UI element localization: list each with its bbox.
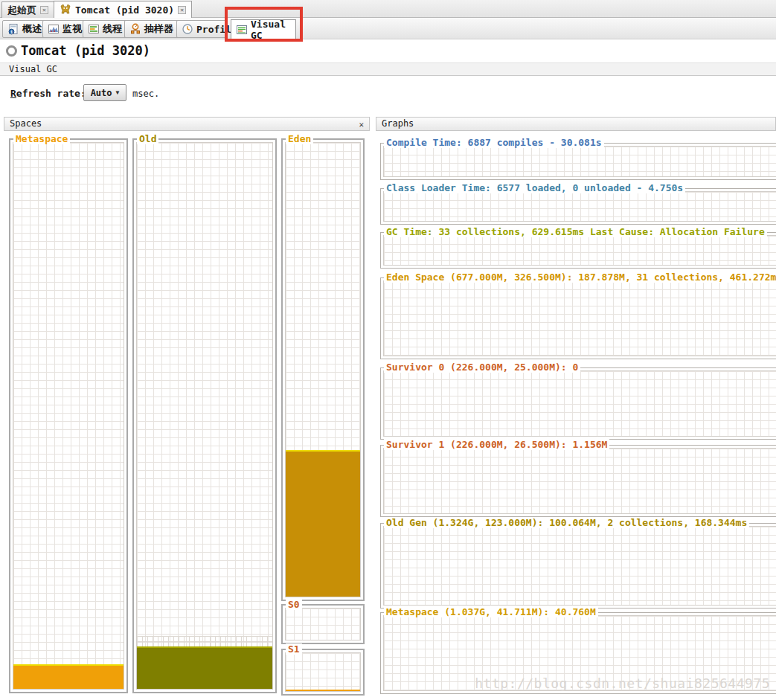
sampler-icon: [129, 23, 141, 35]
old-space-label: Old: [137, 133, 158, 144]
threads-icon: [88, 23, 100, 35]
eden-space-graph-grid: [383, 280, 776, 356]
tab-tomcat-process[interactable]: Tomcat (pid 3020) ✕: [54, 1, 192, 18]
s1-space-grid: [285, 652, 361, 692]
refresh-rate-label: Refresh rate:: [10, 88, 86, 99]
survivor0-graph-label: Survivor 0 (226.000M, 25.000M): 0: [384, 362, 580, 373]
document-tab-bar: 起始页 ✕ Tomcat (pid 3020) ✕: [0, 0, 776, 18]
process-status-icon: [6, 45, 17, 57]
gc-time-graph-label: GC Time: 33 collections, 629.615ms Last …: [384, 226, 767, 237]
metaspace-graph-grid: [383, 615, 776, 691]
class-loader-time-graph-grid: [383, 191, 776, 222]
s1-space-box: S1: [281, 649, 365, 696]
eden-space-grid: [285, 142, 361, 597]
metaspace-space-label: Metaspace: [13, 133, 70, 144]
eden-space-graph-label: Eden Space (677.000M, 326.500M): 187.878…: [384, 272, 776, 283]
eden-space-graph: Eden Space (677.000M, 326.500M): 187.878…: [380, 277, 776, 359]
tab-threads[interactable]: 线程: [83, 20, 127, 38]
old-space-box: Old: [132, 138, 277, 693]
gc-time-graph-grid: [383, 235, 776, 266]
old-space-bar: [137, 646, 272, 689]
close-icon[interactable]: ✕: [359, 118, 364, 131]
metaspace-graph: Metaspace (1.037G, 41.711M): 40.760M: [380, 612, 776, 694]
tab-monitor-label: 监视: [62, 22, 82, 36]
metaspace-space-box: Metaspace: [9, 138, 128, 693]
tab-start-page-label: 起始页: [7, 4, 36, 17]
refresh-rate-dropdown[interactable]: Auto ▼: [83, 84, 126, 101]
class-loader-time-graph-label: Class Loader Time: 6577 loaded, 0 unload…: [384, 182, 685, 193]
spaces-panel-title: Spaces: [10, 118, 42, 129]
refresh-rate-unit: msec.: [132, 89, 159, 99]
s0-space-label: S0: [286, 599, 302, 610]
close-icon[interactable]: ✕: [40, 6, 48, 14]
survivor1-graph-grid: [383, 448, 776, 514]
close-icon[interactable]: ✕: [178, 6, 186, 14]
eden-space-box: Eden: [281, 138, 365, 601]
old-capacity-band: [137, 636, 272, 646]
graphs-panel-header: Graphs: [376, 117, 776, 131]
visualvm-window: 起始页 ✕ Tomcat (pid 3020) ✕ i 概述: [0, 0, 776, 700]
s0-space-box: S0: [281, 604, 365, 644]
tab-overview[interactable]: i 概述: [2, 20, 47, 38]
svg-text:i: i: [10, 29, 13, 34]
spaces-panel-header: Spaces ✕: [4, 117, 370, 131]
tab-monitor[interactable]: 监视: [42, 20, 87, 38]
survivor0-graph: Survivor 0 (226.000M, 25.000M): 0: [380, 367, 776, 440]
page-title: Tomcat (pid 3020): [21, 43, 150, 58]
view-toolbar: i 概述 监视 线程: [0, 18, 776, 39]
metaspace-space-bar: [13, 664, 124, 689]
old-gen-graph: Old Gen (1.324G, 123.000M): 100.064M, 2 …: [380, 523, 776, 609]
tab-tomcat-label: Tomcat (pid 3020): [75, 4, 174, 16]
graphs-panel: Graphs Compile Time: 6887 compiles - 30.…: [376, 117, 776, 700]
graphs-panel-title: Graphs: [382, 118, 414, 129]
metaspace-space-grid: [13, 142, 124, 690]
old-gen-graph-label: Old Gen (1.324G, 123.000M): 100.064M, 2 …: [384, 517, 749, 528]
eden-space-label: Eden: [286, 133, 313, 144]
tab-sampler-label: 抽样器: [144, 22, 173, 36]
survivor0-graph-grid: [383, 370, 776, 437]
survivor1-graph-label: Survivor 1 (226.000M, 26.500M): 1.156M: [384, 439, 609, 450]
tomcat-icon: [60, 4, 71, 16]
old-space-grid: [136, 142, 273, 690]
tab-visual-gc[interactable]: Visual GC: [231, 19, 296, 39]
refresh-rate-value: Auto: [91, 88, 112, 98]
tab-threads-label: 线程: [103, 22, 122, 36]
visual-gc-icon: [236, 24, 248, 36]
monitor-icon: [48, 23, 60, 35]
tab-profiler[interactable]: Profiler: [176, 20, 228, 38]
s1-space-label: S1: [286, 643, 302, 655]
chevron-down-icon: ▼: [116, 89, 120, 96]
compile-time-graph-label: Compile Time: 6887 compiles - 30.081s: [384, 137, 604, 148]
refresh-rate-row: Refresh rate: Auto ▼ msec.: [0, 82, 776, 106]
tab-overview-label: 概述: [22, 22, 42, 36]
visual-gc-subtab-label: Visual GC: [9, 64, 57, 74]
s0-space-grid: [285, 608, 361, 640]
tab-sampler[interactable]: 抽样器: [124, 20, 179, 38]
overview-icon: i: [7, 23, 19, 35]
tab-visual-gc-label: Visual GC: [251, 19, 291, 41]
survivor1-graph: Survivor 1 (226.000M, 26.500M): 1.156M: [380, 445, 776, 517]
metaspace-graph-label: Metaspace (1.037G, 41.711M): 40.760M: [384, 606, 598, 617]
spaces-panel: Spaces ✕ Metaspace Old Eden: [4, 117, 370, 700]
class-loader-time-graph: Class Loader Time: 6577 loaded, 0 unload…: [380, 188, 776, 225]
compile-time-graph-grid: [383, 146, 776, 177]
compile-time-graph: Compile Time: 6887 compiles - 30.081s: [380, 143, 776, 180]
tab-start-page[interactable]: 起始页 ✕: [1, 1, 54, 18]
eden-space-bar: [286, 450, 360, 597]
old-gen-graph-grid: [383, 526, 776, 606]
visual-gc-subtab[interactable]: Visual GC: [0, 62, 776, 76]
gc-time-graph: GC Time: 33 collections, 629.615ms Last …: [380, 232, 776, 269]
s1-space-bar: [286, 690, 360, 691]
profiler-icon: [182, 23, 193, 35]
